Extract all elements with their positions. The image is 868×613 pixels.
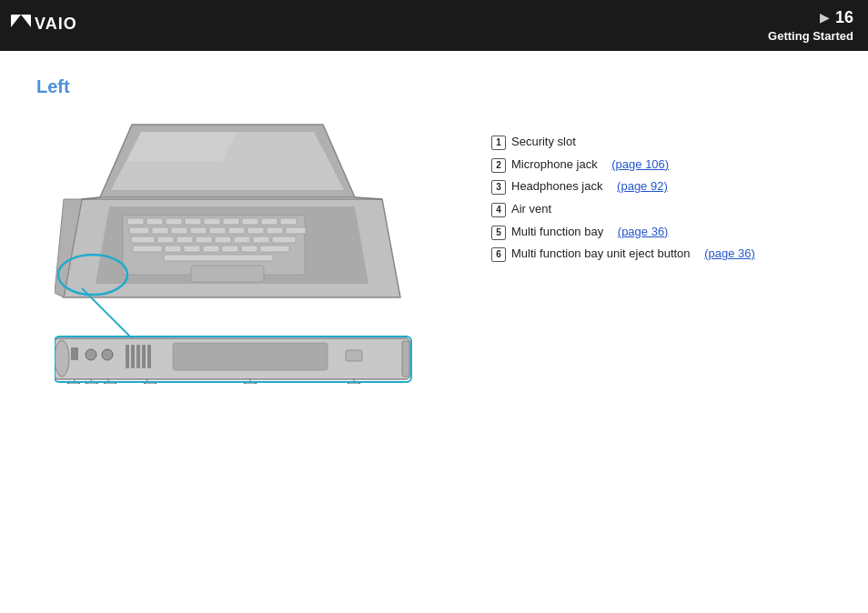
svg-rect-23 [228, 227, 245, 234]
right-column: 1 Security slot 2 Microphone jack (page … [482, 76, 832, 388]
svg-rect-68 [144, 383, 156, 384]
svg-rect-57 [136, 345, 140, 368]
item-label-1: Security slot [511, 131, 576, 154]
svg-rect-51 [402, 341, 409, 377]
list-item: 2 Microphone jack (page 106) [491, 154, 832, 176]
svg-rect-10 [146, 218, 163, 225]
svg-rect-43 [191, 266, 264, 282]
svg-rect-38 [203, 246, 219, 252]
item-label-4: Air vent [511, 198, 551, 221]
item-badge-6: 6 [491, 247, 506, 262]
page-title: Left [36, 76, 482, 97]
left-column: Left [36, 76, 482, 388]
svg-text:VAIO: VAIO [35, 15, 77, 33]
svg-rect-62 [67, 383, 80, 384]
list-item: 1 Security slot [491, 131, 832, 154]
svg-rect-36 [165, 246, 181, 252]
vaio-logo: VAIO [11, 11, 93, 40]
svg-rect-33 [253, 236, 269, 243]
section-label: Getting Started [768, 29, 853, 43]
svg-rect-9 [127, 218, 144, 225]
svg-rect-14 [223, 218, 239, 225]
svg-rect-70 [244, 383, 257, 384]
svg-rect-15 [242, 218, 258, 225]
page-number: 16 [835, 8, 853, 27]
svg-rect-30 [196, 236, 212, 243]
svg-rect-40 [241, 246, 257, 252]
svg-rect-37 [184, 246, 200, 252]
svg-rect-35 [133, 246, 162, 252]
item-link-5[interactable]: (page 36) [618, 221, 669, 244]
arrow-icon: ▶ [820, 10, 830, 25]
svg-point-54 [102, 349, 113, 360]
svg-rect-60 [173, 343, 328, 370]
svg-rect-13 [204, 218, 220, 225]
svg-rect-20 [171, 227, 187, 234]
header: VAIO ▶ 16 Getting Started [0, 0, 868, 51]
svg-rect-52 [71, 347, 78, 360]
svg-rect-34 [272, 236, 296, 243]
list-item: 6 Multi function bay unit eject button (… [491, 243, 832, 266]
svg-rect-11 [166, 218, 182, 225]
svg-rect-55 [126, 345, 129, 368]
svg-rect-12 [185, 218, 201, 225]
svg-rect-16 [261, 218, 278, 225]
svg-rect-64 [86, 383, 98, 384]
description-list: 1 Security slot 2 Microphone jack (page … [491, 131, 832, 266]
svg-rect-56 [131, 345, 135, 368]
item-label-5: Multi function bay [511, 221, 603, 244]
svg-rect-17 [280, 218, 297, 225]
item-label-6: Multi function bay unit eject button [511, 243, 691, 266]
svg-rect-24 [247, 227, 264, 234]
item-badge-2: 2 [491, 158, 506, 173]
item-link-3[interactable]: (page 92) [617, 176, 668, 198]
item-badge-5: 5 [491, 226, 506, 240]
svg-rect-19 [152, 227, 168, 234]
svg-rect-31 [215, 236, 231, 243]
svg-rect-42 [164, 255, 273, 261]
item-link-6[interactable]: (page 36) [704, 243, 755, 266]
svg-point-53 [86, 349, 96, 360]
item-badge-1: 1 [491, 136, 506, 150]
svg-point-50 [55, 340, 69, 377]
svg-rect-72 [348, 383, 360, 384]
svg-rect-61 [346, 350, 362, 361]
list-item: 5 Multi function bay (page 36) [491, 221, 832, 244]
logo-area: VAIO [11, 11, 93, 40]
svg-marker-5 [127, 132, 237, 161]
svg-rect-28 [157, 236, 174, 243]
svg-rect-29 [177, 236, 193, 243]
list-item: 3 Headphones jack (page 92) [491, 176, 832, 198]
svg-rect-25 [267, 227, 283, 234]
main-content: Left [0, 51, 868, 407]
svg-rect-32 [234, 236, 250, 243]
svg-rect-66 [104, 383, 116, 384]
svg-rect-39 [222, 246, 238, 252]
svg-rect-18 [129, 227, 149, 234]
laptop-illustration: 1 2 3 4 5 6 [55, 116, 446, 388]
svg-rect-26 [286, 227, 306, 234]
list-item: 4 Air vent [491, 198, 832, 221]
item-badge-4: 4 [491, 203, 506, 217]
item-link-2[interactable]: (page 106) [611, 154, 669, 176]
item-label-2: Microphone jack [511, 154, 598, 176]
svg-rect-22 [209, 227, 226, 234]
svg-rect-59 [147, 345, 151, 368]
item-badge-3: 3 [491, 180, 506, 195]
laptop-svg: 1 2 3 4 5 6 [55, 116, 428, 384]
svg-rect-41 [260, 246, 289, 252]
svg-rect-27 [131, 236, 155, 243]
svg-rect-21 [190, 227, 207, 234]
item-label-3: Headphones jack [511, 176, 602, 198]
svg-rect-58 [142, 345, 146, 368]
header-right: ▶ 16 Getting Started [764, 8, 853, 44]
